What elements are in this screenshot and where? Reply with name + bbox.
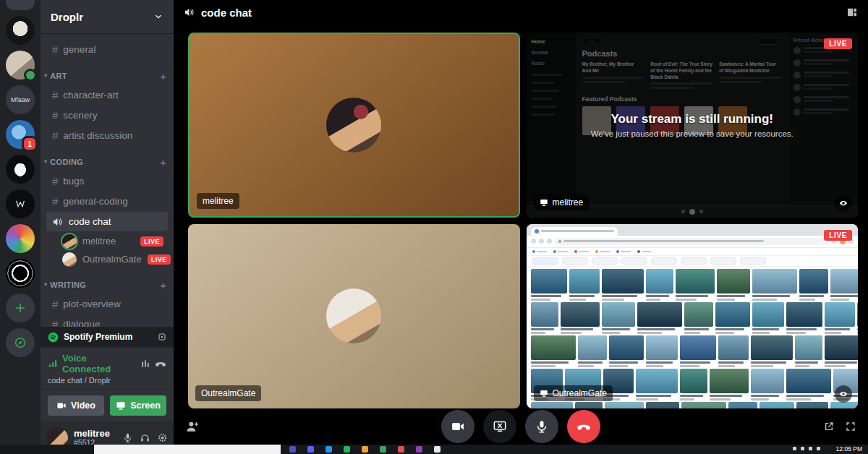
server-icon-light[interactable] xyxy=(6,51,35,80)
category-writing[interactable]: ▾ WRITING + xyxy=(41,276,174,294)
mic-icon xyxy=(535,419,549,434)
invite-to-call-button[interactable] xyxy=(185,419,200,434)
tray-icon[interactable] xyxy=(801,447,804,450)
text-placeholder xyxy=(830,299,849,301)
reload-button xyxy=(547,239,552,244)
headphones-icon[interactable] xyxy=(140,432,150,443)
text-placeholder xyxy=(752,332,770,334)
melitree-screenshare-tile[interactable]: Home Browse Radio xyxy=(527,33,859,218)
server-icon-colorwheel[interactable] xyxy=(6,224,35,253)
taskbar-app-icon[interactable] xyxy=(398,446,404,453)
spotify-premium-label: Spotify Premium xyxy=(64,332,132,342)
add-channel-icon[interactable]: + xyxy=(160,71,166,82)
popout-icon[interactable] xyxy=(823,421,835,432)
server-icon-ornate[interactable] xyxy=(6,189,35,218)
channel-plot-overview[interactable]: # plot-overview xyxy=(46,294,168,314)
add-channel-icon[interactable]: + xyxy=(160,157,166,168)
server-icon-ring[interactable] xyxy=(6,259,35,288)
channel-character-art[interactable]: # character-art xyxy=(46,85,168,105)
taskbar-app-icon[interactable] xyxy=(416,446,422,453)
outrealmgate-screenshare-tile[interactable]: LIVE OutrealmGate xyxy=(527,224,859,409)
taskbar-app-icon[interactable] xyxy=(380,446,386,453)
spotify-icon xyxy=(48,332,59,343)
taskbar-clock[interactable]: 12:05 PM xyxy=(836,445,862,453)
add-server-button[interactable] xyxy=(6,294,35,322)
taskbar-search-box[interactable] xyxy=(94,445,281,454)
layout-toggle-button[interactable] xyxy=(846,7,858,18)
server-icon-mfaaw[interactable]: Mfaaw xyxy=(6,85,35,114)
voice-channel-code-chat[interactable]: code chat xyxy=(46,212,168,231)
server-icon-blue[interactable]: 1 xyxy=(6,120,35,149)
disconnect-voice-button[interactable] xyxy=(155,358,166,369)
image-result xyxy=(676,269,715,301)
text-placeholder xyxy=(680,365,700,367)
channel-artist-discussion[interactable]: # artist discussion xyxy=(46,126,168,145)
filter-chip xyxy=(740,257,766,265)
favicon xyxy=(574,250,577,253)
taskbar-app-icon[interactable] xyxy=(362,446,368,453)
outrealmgate-camera-tile[interactable]: OutrealmGate xyxy=(188,224,520,409)
dismiss-button[interactable] xyxy=(158,333,166,341)
taskbar-app-icon[interactable] xyxy=(434,446,441,453)
add-channel-icon[interactable]: + xyxy=(160,280,166,291)
tray-icon[interactable] xyxy=(809,447,812,450)
participant-name-pill: melitree xyxy=(534,194,590,210)
text-placeholder xyxy=(531,299,551,301)
tray-icon[interactable] xyxy=(817,447,820,450)
text-placeholder xyxy=(680,361,711,364)
channel-scenery[interactable]: # scenery xyxy=(46,106,168,125)
voice-user-melitree[interactable]: melitree LIVE xyxy=(59,232,168,250)
browser-tabstrip xyxy=(527,224,859,236)
screen-share-button[interactable]: Screen xyxy=(110,395,166,416)
image-result xyxy=(575,402,603,409)
eye-icon xyxy=(839,199,848,207)
channel-dialogue[interactable]: # dialogue xyxy=(46,314,168,327)
video-button[interactable]: Video xyxy=(48,395,104,416)
channel-bugs[interactable]: # bugs xyxy=(46,171,168,191)
participant-name-pill: OutrealmGate xyxy=(195,385,261,401)
channel-general[interactable]: # general xyxy=(46,40,168,59)
image-result xyxy=(825,335,859,367)
melitree-camera-tile[interactable]: melitree xyxy=(188,33,520,218)
stop-screenshare-button[interactable] xyxy=(483,410,516,443)
stage-channel-title: code chat xyxy=(201,7,252,19)
text-placeholder xyxy=(602,328,630,330)
text-placeholder xyxy=(715,332,734,334)
taskbar-app-icon[interactable] xyxy=(326,446,332,453)
tray-icon[interactable] xyxy=(793,447,796,450)
disconnect-call-button[interactable] xyxy=(567,410,600,443)
taskbar-app-icon[interactable] xyxy=(307,446,314,453)
participant-name: OutrealmGate xyxy=(201,388,255,398)
result-thumbnail xyxy=(795,335,822,360)
mic-icon[interactable] xyxy=(122,432,133,443)
server-icon-partial[interactable] xyxy=(6,0,35,10)
fullscreen-icon[interactable] xyxy=(845,421,856,432)
channel-name: scenery xyxy=(63,110,97,121)
watch-stream-button[interactable] xyxy=(835,194,852,212)
bookmark-item xyxy=(574,250,589,253)
server-icon-anime[interactable] xyxy=(6,16,35,45)
noise-suppression-button[interactable] xyxy=(140,359,150,369)
back-button xyxy=(531,239,536,244)
watch-stream-button[interactable] xyxy=(835,385,852,403)
taskbar-app-icon[interactable] xyxy=(289,446,296,453)
live-badge: LIVE xyxy=(824,230,852,241)
taskbar-app-icon[interactable] xyxy=(344,446,350,453)
toggle-camera-button[interactable] xyxy=(441,410,475,443)
text-placeholder xyxy=(830,295,859,297)
toggle-mic-button[interactable] xyxy=(525,410,558,443)
text-placeholder xyxy=(857,328,859,330)
voice-user-outrealmgate[interactable]: OutrealmGate LIVE xyxy=(59,250,168,268)
category-coding[interactable]: ▾ CODING + xyxy=(41,153,174,171)
category-art[interactable]: ▾ ART + xyxy=(41,67,174,85)
channel-general-coding[interactable]: # general-coding xyxy=(46,192,168,211)
result-thumbnail xyxy=(751,369,784,393)
settings-gear-icon[interactable] xyxy=(157,432,168,443)
server-header[interactable]: Droplr xyxy=(41,0,174,33)
result-thumbnail xyxy=(718,335,749,360)
stream-paused-overlay: Your stream is still running! We've just… xyxy=(527,33,859,218)
server-icon-bird[interactable] xyxy=(6,155,35,184)
favicon xyxy=(535,229,539,234)
hash-icon: # xyxy=(52,299,58,309)
explore-servers-button[interactable] xyxy=(6,328,35,357)
